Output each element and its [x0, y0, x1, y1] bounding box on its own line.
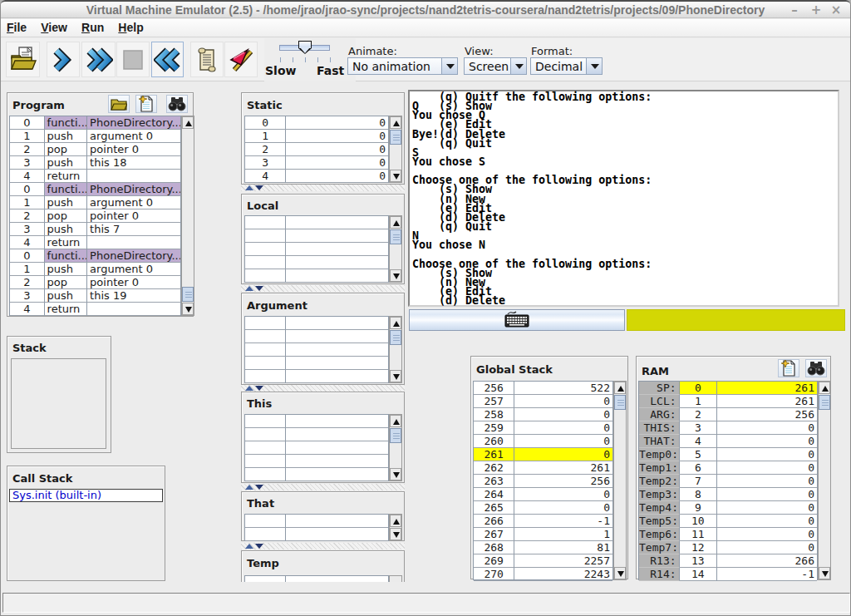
segment-row-value[interactable]: 0 [286, 170, 388, 183]
scroll-up-button[interactable] [614, 382, 626, 394]
scrollbar-thumb[interactable] [182, 287, 194, 302]
program-row[interactable]: 3 push this 19 [10, 289, 180, 303]
format-select[interactable]: Decimal [530, 57, 603, 75]
segment-row[interactable] [245, 515, 388, 528]
global-stack-row[interactable]: 256 522 [474, 382, 612, 395]
collapse-up-icon[interactable] [245, 185, 253, 190]
global-stack-row[interactable]: 259 0 [474, 421, 612, 435]
scroll-down-button[interactable] [390, 528, 401, 540]
segment-row[interactable] [245, 441, 388, 455]
scrollbar-thumb[interactable] [819, 395, 830, 410]
collapse-down-icon[interactable] [255, 386, 263, 391]
segment-row[interactable] [245, 243, 388, 256]
scroll-up-button[interactable] [819, 382, 830, 394]
program-row[interactable]: 3 push this 18 [10, 156, 180, 170]
program-row[interactable]: 3 push this 7 [10, 223, 180, 236]
chevron-down-icon[interactable] [510, 58, 526, 74]
program-row[interactable]: 4 return [10, 303, 180, 316]
scrollbar-thumb[interactable] [390, 428, 401, 443]
chevron-down-icon[interactable] [586, 58, 602, 74]
segment-row-value[interactable] [286, 256, 388, 269]
segment-row-value[interactable] [286, 357, 388, 370]
scroll-down-button[interactable] [390, 468, 401, 480]
scroll-down-button[interactable] [819, 567, 830, 579]
minimize-button[interactable]: – [785, 2, 804, 18]
ram-row-value[interactable]: 0 [717, 515, 817, 528]
global-stack-row[interactable]: 266 -1 [474, 515, 612, 528]
program-row[interactable]: 2 pop pointer 0 [10, 276, 180, 289]
program-open-button[interactable] [108, 95, 130, 113]
segment-row-value[interactable] [286, 468, 388, 481]
ram-row-value[interactable]: 0 [717, 528, 817, 541]
segment-row-value[interactable] [286, 370, 388, 383]
segment-row[interactable] [245, 415, 388, 428]
segment-row-value[interactable] [286, 243, 388, 256]
segment-row[interactable] [245, 216, 388, 229]
chevron-down-icon[interactable] [441, 58, 457, 74]
segment-row-value[interactable] [286, 428, 388, 441]
ram-row[interactable]: LCL: 1 261 [639, 395, 817, 408]
segment-row[interactable] [245, 256, 388, 269]
segment-row-value[interactable] [286, 330, 388, 343]
segment-row[interactable] [245, 455, 388, 468]
segment-row-value[interactable] [286, 269, 388, 283]
global-stack-row-value[interactable]: 1 [514, 528, 612, 541]
collapse-down-icon[interactable] [255, 185, 263, 190]
scroll-down-button[interactable] [182, 303, 194, 315]
ram-row[interactable]: Temp6: 11 0 [639, 528, 817, 541]
scroll-up-button[interactable] [390, 216, 401, 229]
segment-row-value[interactable]: 0 [286, 156, 388, 170]
scroll-down-button[interactable] [390, 370, 401, 382]
global-stack-row[interactable]: 261 0 [474, 448, 612, 461]
segment-row[interactable] [245, 330, 388, 343]
split-divider[interactable] [241, 543, 405, 549]
ram-clear-button[interactable] [778, 359, 799, 377]
program-row[interactable]: 1 push argument 0 [10, 196, 180, 209]
segment-row-value[interactable] [286, 455, 388, 468]
view-select[interactable]: Screen [464, 57, 527, 75]
global-stack-row[interactable]: 268 81 [474, 541, 612, 554]
program-search-button[interactable] [166, 95, 188, 113]
ram-row[interactable]: Temp3: 8 0 [639, 488, 817, 501]
breakpoints-button[interactable] [224, 42, 258, 77]
split-divider[interactable] [241, 285, 405, 292]
segment-row-value[interactable] [286, 317, 388, 330]
program-row[interactable]: 0 functi... PhoneDirectory... [10, 183, 180, 196]
segment-row-value[interactable]: 0 [286, 130, 388, 143]
ram-row-value[interactable]: 261 [717, 395, 817, 408]
ram-row[interactable]: R14: 14 -1 [639, 568, 817, 581]
run-button[interactable] [81, 42, 116, 77]
ram-row[interactable]: Temp2: 7 0 [639, 475, 817, 488]
segment-row[interactable]: 2 0 [245, 143, 388, 156]
global-stack-row-value[interactable]: 2257 [514, 554, 612, 568]
global-stack-row-value[interactable]: 0 [514, 488, 612, 501]
segment-row[interactable] [245, 229, 388, 243]
segment-row[interactable] [245, 370, 388, 383]
ram-row-value[interactable]: 256 [717, 408, 817, 421]
menu-run[interactable]: Run [81, 19, 104, 34]
program-row[interactable]: 1 push argument 0 [10, 263, 180, 276]
stop-button[interactable] [116, 42, 150, 77]
collapse-down-icon[interactable] [255, 286, 263, 291]
scrollbar-thumb[interactable] [390, 130, 401, 145]
global-stack-row-value[interactable]: 261 [514, 461, 612, 475]
ram-row[interactable]: R13: 13 266 [639, 554, 817, 568]
segment-row-value[interactable] [286, 528, 388, 541]
ram-row-value[interactable]: -1 [717, 568, 817, 581]
ram-row[interactable]: ARG: 2 256 [639, 408, 817, 421]
global-stack-row[interactable]: 258 0 [474, 408, 612, 421]
call-stack-item[interactable]: Sys.init (built-in) [9, 489, 163, 502]
segment-row-value[interactable] [286, 229, 388, 243]
scroll-up-button[interactable] [390, 515, 401, 527]
keyboard-button[interactable] [409, 309, 625, 331]
ram-row[interactable]: Temp5: 10 0 [639, 515, 817, 528]
global-stack-row[interactable]: 263 256 [474, 475, 612, 488]
scroll-down-button[interactable] [390, 269, 401, 282]
ram-search-button[interactable] [805, 359, 827, 377]
reset-button[interactable] [151, 42, 184, 77]
animate-select[interactable]: No animation [347, 57, 458, 75]
scrollbar-thumb[interactable] [614, 395, 626, 410]
scroll-up-button[interactable] [390, 317, 401, 329]
global-stack-row-value[interactable]: -1 [514, 515, 612, 528]
scrollbar-thumb[interactable] [390, 330, 401, 345]
